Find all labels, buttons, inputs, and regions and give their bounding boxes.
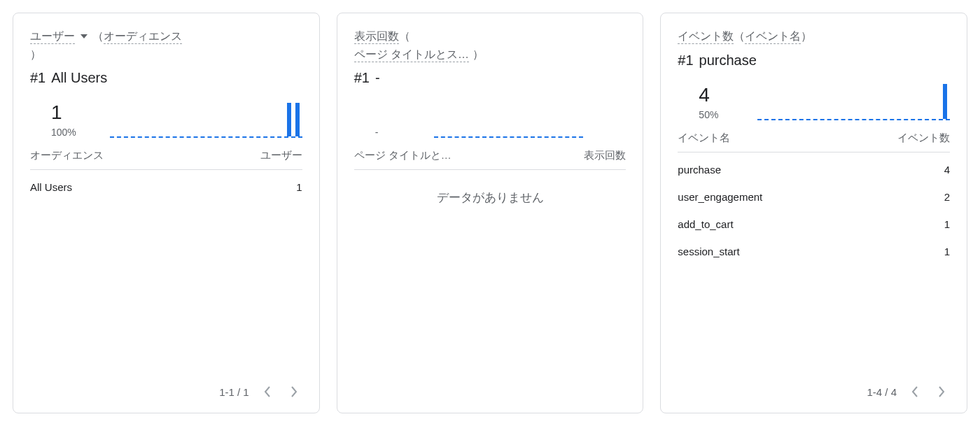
summary-row: - bbox=[354, 89, 626, 138]
summary-value: 1 bbox=[51, 102, 93, 124]
metric-label: イベント数 bbox=[678, 30, 734, 44]
row-name: All Users bbox=[30, 181, 72, 193]
summary-percent: - bbox=[375, 127, 417, 138]
sparkline-chart bbox=[434, 96, 584, 138]
dimension-label: オーディエンス bbox=[104, 30, 182, 44]
summary-row: 1 100% bbox=[30, 89, 302, 138]
row-value: 1 bbox=[296, 181, 302, 193]
sparkline-bar bbox=[287, 103, 291, 136]
summary-numbers: 1 100% bbox=[30, 102, 93, 138]
top-item-name: All Users bbox=[51, 70, 107, 85]
row-value: 2 bbox=[944, 191, 950, 203]
top-item: #1All Users bbox=[30, 70, 302, 86]
row-value: 1 bbox=[944, 246, 950, 257]
rank-label: #1 bbox=[354, 70, 370, 85]
card-header: ユーザー （オーディエンス ） bbox=[30, 27, 302, 63]
col-metric: ユーザー bbox=[260, 149, 302, 162]
top-item: #1purchase bbox=[678, 52, 950, 69]
paren-close: ） bbox=[469, 48, 483, 60]
row-name: session_start bbox=[678, 246, 739, 257]
sparkline-bar bbox=[295, 103, 300, 136]
metric-label: 表示回数 bbox=[354, 30, 399, 44]
row-value: 1 bbox=[944, 218, 950, 230]
sparkline-chart bbox=[757, 78, 950, 120]
pager-next-button[interactable] bbox=[286, 383, 302, 400]
row-name: purchase bbox=[678, 164, 721, 176]
metric-selector[interactable]: ユーザー bbox=[30, 30, 75, 44]
table-rows: All Users1 bbox=[30, 174, 302, 201]
table-row[interactable]: add_to_cart1 bbox=[678, 211, 950, 233]
chevron-down-icon[interactable] bbox=[80, 34, 88, 38]
row-name: user_engagement bbox=[678, 191, 762, 203]
dimension-label: イベント名 bbox=[745, 30, 801, 44]
dashboard-cards-row: ユーザー （オーディエンス ） #1All Users 1 100% オーディエ… bbox=[0, 0, 980, 426]
sparkline-bar bbox=[943, 84, 947, 119]
row-name: add_to_cart bbox=[678, 218, 733, 230]
pager: 1-4 / 4 bbox=[678, 376, 950, 400]
dimension-label: ページ タイトルとス… bbox=[354, 48, 469, 62]
summary-percent: 100% bbox=[51, 127, 93, 138]
pager-label: 1-4 / 4 bbox=[867, 386, 897, 398]
paren-open: （ bbox=[734, 30, 745, 42]
table-header: イベント名 イベント数 bbox=[678, 127, 950, 152]
col-dimension: ページ タイトルと… bbox=[354, 149, 451, 162]
pager-next-button[interactable] bbox=[933, 383, 950, 400]
card-users-by-audience: ユーザー （オーディエンス ） #1All Users 1 100% オーディエ… bbox=[13, 13, 320, 413]
card-views-by-pagetitle: 表示回数（ ページ タイトルとス… ） #1- - ページ タイトルと… 表示回… bbox=[337, 13, 644, 413]
card-events-by-eventname: イベント数（イベント名） #1purchase 4 50% イベント名 イベント… bbox=[660, 13, 967, 413]
pager-prev-button[interactable] bbox=[906, 383, 923, 400]
top-item: #1- bbox=[354, 70, 626, 86]
table-header: オーディエンス ユーザー bbox=[30, 145, 302, 170]
table-row[interactable]: user_engagement2 bbox=[678, 184, 950, 206]
col-metric: イベント数 bbox=[897, 132, 950, 145]
col-metric: 表示回数 bbox=[584, 149, 626, 162]
row-value: 4 bbox=[944, 164, 950, 176]
paren-close: ） bbox=[801, 30, 812, 42]
col-dimension: イベント名 bbox=[678, 132, 730, 145]
summary-value: 4 bbox=[699, 85, 741, 106]
col-dimension: オーディエンス bbox=[30, 149, 104, 162]
top-item-name: purchase bbox=[699, 52, 757, 68]
pager-prev-button[interactable] bbox=[259, 383, 276, 400]
paren-open: （ bbox=[399, 30, 410, 42]
paren-open: （ bbox=[92, 30, 104, 42]
rank-label: #1 bbox=[30, 70, 46, 85]
summary-row: 4 50% bbox=[678, 71, 950, 120]
card-header: イベント数（イベント名） bbox=[678, 27, 950, 45]
rank-label: #1 bbox=[678, 52, 693, 68]
summary-percent: 50% bbox=[699, 109, 741, 120]
table-row[interactable]: purchase4 bbox=[678, 157, 950, 178]
empty-state-message: データがありません bbox=[354, 170, 626, 206]
summary-numbers: 4 50% bbox=[678, 85, 741, 120]
table-row[interactable]: All Users1 bbox=[30, 174, 302, 196]
table-header: ページ タイトルと… 表示回数 bbox=[354, 145, 626, 170]
summary-numbers: - bbox=[354, 124, 417, 138]
card-header: 表示回数（ ページ タイトルとス… ） bbox=[354, 27, 626, 63]
table-rows: purchase4user_engagement2add_to_cart1ses… bbox=[678, 157, 950, 266]
paren-close: ） bbox=[30, 45, 302, 64]
sparkline-chart bbox=[110, 96, 302, 138]
pager-label: 1-1 / 1 bbox=[219, 386, 249, 398]
top-item-name: - bbox=[375, 70, 380, 85]
table-row[interactable]: session_start1 bbox=[678, 239, 950, 260]
pager: 1-1 / 1 bbox=[30, 376, 302, 400]
